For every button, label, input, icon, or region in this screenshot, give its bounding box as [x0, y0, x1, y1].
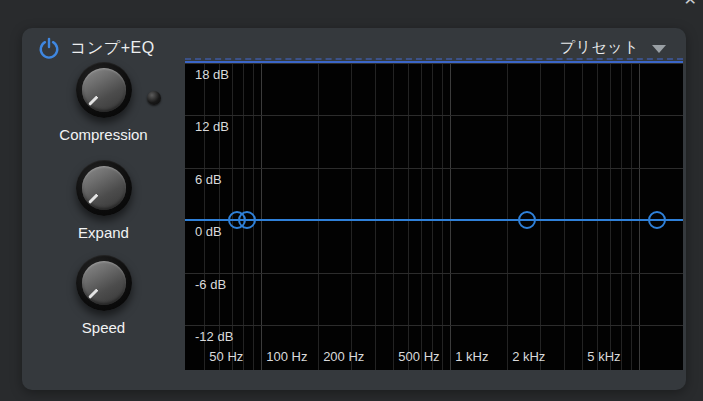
knob-pointer: [88, 187, 105, 204]
x-tick-label: 200 Hz: [323, 349, 364, 364]
gridline-vertical: [204, 63, 205, 370]
y-tick-label: -12 dB: [195, 329, 233, 344]
compression-knob[interactable]: [76, 62, 132, 118]
eq-plot-area[interactable]: 18 dB12 dB6 dB0 dB-6 dB-12 dB50 Hz100 Hz…: [185, 61, 683, 370]
speed-knob[interactable]: [76, 255, 132, 311]
close-icon[interactable]: ✕: [684, 0, 697, 8]
gridline-horizontal: [185, 273, 683, 274]
eq-band-handle[interactable]: [518, 211, 536, 229]
speed-control: Speed: [22, 255, 185, 336]
speed-label: Speed: [22, 319, 185, 336]
gridline-horizontal: [185, 115, 683, 116]
knob-face: [82, 261, 126, 305]
knob-pointer: [88, 282, 105, 299]
knob-face: [82, 166, 126, 210]
knob-pointer: [88, 89, 105, 106]
panel-title: コンプ+EQ: [70, 38, 155, 59]
chevron-down-icon: [652, 45, 666, 53]
gridline-vertical: [432, 63, 433, 370]
gridline-vertical: [621, 63, 622, 370]
compression-label: Compression: [22, 126, 185, 143]
gridline-vertical: [375, 63, 376, 370]
y-tick-label: -6 dB: [195, 277, 226, 292]
eq-curve-line: [185, 219, 683, 221]
x-tick-label: 500 Hz: [398, 349, 439, 364]
gridline-vertical: [631, 63, 632, 370]
gridline-vertical: [442, 63, 443, 370]
gridline-vertical: [351, 63, 352, 370]
preset-label: プリセット: [560, 38, 639, 57]
gridline-horizontal: [185, 168, 683, 169]
preset-dropdown[interactable]: プリセット: [560, 38, 666, 57]
x-tick-label: 2 kHz: [512, 349, 545, 364]
eq-top-dashed-line: [185, 58, 683, 60]
gridline-vertical: [610, 63, 611, 370]
x-tick-label: 100 Hz: [266, 349, 307, 364]
knob-face: [82, 68, 126, 112]
gridline-vertical: [393, 63, 394, 370]
gridline-vertical: [540, 63, 541, 370]
expand-knob[interactable]: [76, 160, 132, 216]
gridline-vertical: [219, 63, 220, 370]
x-tick-label: 1 kHz: [455, 349, 488, 364]
gridline-vertical: [408, 63, 409, 370]
comp-eq-panel: コンプ+EQ プリセット Compression Expand Speed 18…: [22, 28, 686, 390]
gridline-horizontal: [185, 325, 683, 326]
gridline-vertical: [507, 63, 508, 370]
eq-band-handle[interactable]: [648, 211, 666, 229]
gridline-vertical: [597, 63, 598, 370]
y-tick-label: 6 dB: [195, 172, 222, 187]
gridline-vertical: [421, 63, 422, 370]
gridline-vertical: [582, 63, 583, 370]
gridline-vertical-major: [450, 63, 451, 370]
power-icon[interactable]: [38, 37, 60, 59]
gridline-horizontal: [185, 63, 683, 64]
expand-label: Expand: [22, 224, 185, 241]
gridline-vertical-major: [261, 63, 262, 370]
gridline-vertical: [318, 63, 319, 370]
gridline-vertical-major: [639, 63, 640, 370]
gridline-vertical: [564, 63, 565, 370]
x-tick-label: 50 Hz: [209, 349, 243, 364]
eq-graph: 18 dB12 dB6 dB0 dB-6 dB-12 dB50 Hz100 Hz…: [185, 61, 683, 370]
expand-control: Expand: [22, 160, 185, 241]
x-tick-label: 5 kHz: [587, 349, 620, 364]
y-tick-label: 12 dB: [195, 119, 229, 134]
compression-control: Compression: [22, 62, 185, 143]
y-tick-label: 0 dB: [195, 224, 222, 239]
y-tick-label: 18 dB: [195, 67, 229, 82]
